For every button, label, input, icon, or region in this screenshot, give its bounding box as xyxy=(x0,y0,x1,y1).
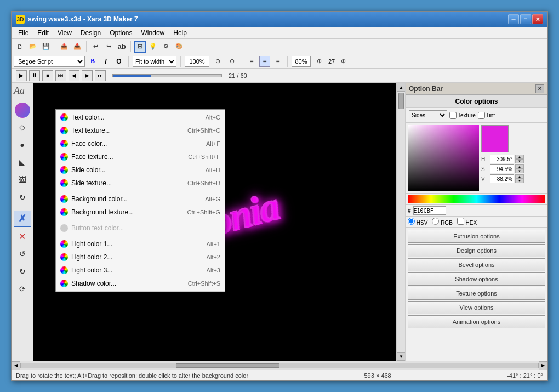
menu-bg-color[interactable]: Background color... Alt+G xyxy=(56,192,225,206)
rgb-radio[interactable] xyxy=(432,218,439,225)
animation-options-button[interactable]: Animation options xyxy=(408,315,545,328)
open-button[interactable]: 📂 xyxy=(27,41,39,53)
tool-rotate3[interactable]: ↻ xyxy=(14,263,31,280)
menu-light3[interactable]: Light color 3... Alt+3 xyxy=(56,264,225,277)
v-input[interactable] xyxy=(490,174,514,183)
color-preview[interactable] xyxy=(481,125,509,152)
texture-options-button[interactable]: Texture options xyxy=(408,287,545,300)
italic-button[interactable]: I xyxy=(100,56,111,67)
h-scroll-track[interactable] xyxy=(20,363,539,368)
menu-light1[interactable]: Light color 1... Alt+1 xyxy=(56,237,225,251)
next-frame-button[interactable]: ▶ xyxy=(82,70,93,81)
option-close-button[interactable]: ✕ xyxy=(535,84,544,93)
settings-button[interactable]: ⚙ xyxy=(160,41,172,53)
align-right-button[interactable]: ≡ xyxy=(272,56,283,67)
tool-move[interactable]: ⟳ xyxy=(14,281,31,297)
prev-start-button[interactable]: ⏮ xyxy=(55,70,66,81)
tool-shape[interactable]: ◇ xyxy=(14,119,31,135)
menu-options[interactable]: Options xyxy=(105,28,136,38)
tool-x[interactable]: ✗ xyxy=(14,211,31,227)
play-button[interactable]: ▶ xyxy=(16,70,27,81)
h-spin-down[interactable]: ▼ xyxy=(515,159,524,163)
scroll-thumb[interactable] xyxy=(398,93,404,109)
import-button[interactable]: 📥 xyxy=(71,41,83,53)
hex-checkbox[interactable] xyxy=(457,218,464,225)
prev-frame-button[interactable]: ◀ xyxy=(69,70,79,81)
tool-close[interactable]: ✕ xyxy=(14,228,31,245)
undo-button[interactable]: ↩ xyxy=(89,41,101,53)
tool-color[interactable] xyxy=(15,103,30,118)
next-end-button[interactable]: ⏭ xyxy=(95,70,106,81)
menu-side-color[interactable]: Side color... Alt+D xyxy=(56,163,225,177)
tool-arrow[interactable]: ◣ xyxy=(14,154,31,171)
tool-image[interactable]: 🖼 xyxy=(14,172,31,188)
color-button[interactable]: 🎨 xyxy=(173,41,185,53)
menu-bg-texture[interactable]: Background texture... Ctrl+Shift+G xyxy=(56,206,225,219)
zoom-input[interactable] xyxy=(185,56,209,67)
tint-checkbox[interactable] xyxy=(478,112,485,119)
bold-button[interactable]: B xyxy=(87,56,98,67)
h-input[interactable] xyxy=(490,155,514,163)
align-center-button[interactable]: ≡ xyxy=(259,56,270,67)
align-left-button[interactable]: ≡ xyxy=(246,56,257,67)
tool-circle[interactable]: ● xyxy=(14,137,31,153)
sides-select[interactable]: Sides xyxy=(409,110,447,120)
hsv-radio[interactable] xyxy=(408,218,415,225)
menu-help[interactable]: Help xyxy=(169,28,191,38)
scroll-track[interactable] xyxy=(397,92,405,352)
s-spin[interactable]: ▲ ▼ xyxy=(515,164,524,173)
zoom2-up[interactable]: ⊕ xyxy=(313,55,325,67)
h-scroll-left[interactable]: ◀ xyxy=(12,361,20,370)
h-scroll-right[interactable]: ▶ xyxy=(539,361,547,370)
tool-rotate2[interactable]: ↺ xyxy=(14,246,31,262)
fit-select[interactable]: Fit to width xyxy=(133,56,176,67)
export-button[interactable]: 📤 xyxy=(58,41,70,53)
rgb-radio-label[interactable]: RGB xyxy=(432,218,452,226)
h-spin[interactable]: ▲ ▼ xyxy=(515,155,524,163)
color-gradient[interactable] xyxy=(408,125,479,191)
new-button[interactable]: 🗋 xyxy=(14,41,26,53)
v-spin[interactable]: ▲ ▼ xyxy=(515,174,524,183)
menu-edit[interactable]: Edit xyxy=(33,28,53,38)
design-options-button[interactable]: Design options xyxy=(408,244,545,257)
menu-side-texture[interactable]: Side texture... Ctrl+Shift+D xyxy=(56,177,225,190)
menu-face-color[interactable]: Face color... Alt+F xyxy=(56,137,225,150)
menu-file[interactable]: File xyxy=(14,28,33,38)
extrusion-options-button[interactable]: Extrusion options xyxy=(408,230,545,243)
outline-button[interactable]: O xyxy=(113,56,124,67)
close-button[interactable]: ✕ xyxy=(532,14,543,24)
menu-face-texture[interactable]: Face texture... Ctrl+Shift+F xyxy=(56,150,225,163)
hex-check-label[interactable]: HEX xyxy=(457,218,477,226)
maximize-button[interactable]: □ xyxy=(520,14,531,24)
bevel-options-button[interactable]: Bevel options xyxy=(408,258,545,271)
h-spin-up[interactable]: ▲ xyxy=(515,155,524,159)
view-mode-button[interactable]: ⊞ xyxy=(134,41,146,53)
texture-check[interactable]: Texture xyxy=(449,112,476,119)
text-button[interactable]: ab xyxy=(116,41,128,53)
save-button[interactable]: 💾 xyxy=(40,41,52,53)
menu-text-color[interactable]: Text color... Alt+C xyxy=(56,111,225,124)
tool-rotate[interactable]: ↻ xyxy=(14,189,31,206)
v-spin-up[interactable]: ▲ xyxy=(515,174,524,179)
menu-light2[interactable]: Light color 2... Alt+2 xyxy=(56,251,225,264)
hsv-radio-label[interactable]: HSV xyxy=(408,218,427,226)
menu-design[interactable]: Design xyxy=(76,28,105,38)
progress-bar[interactable] xyxy=(112,74,222,77)
tint-check[interactable]: Tint xyxy=(478,112,495,119)
minimize-button[interactable]: ─ xyxy=(508,14,519,24)
v-spin-down[interactable]: ▼ xyxy=(515,179,524,183)
redo-button[interactable]: ↪ xyxy=(102,41,115,53)
s-spin-down[interactable]: ▼ xyxy=(515,169,524,173)
s-input[interactable] xyxy=(490,164,514,173)
h-scroll-thumb[interactable] xyxy=(176,363,280,368)
menu-shadow-color[interactable]: Shadow color... Ctrl+Shift+S xyxy=(56,277,225,290)
shadow-options-button[interactable]: Shadow options xyxy=(408,272,545,286)
light-button[interactable]: 💡 xyxy=(147,41,159,53)
zoom-in-button[interactable]: ⊕ xyxy=(212,55,224,67)
canvas-area[interactable]: Softonia Text color... Alt+C Text textur… xyxy=(33,83,396,361)
scroll-down-arrow[interactable]: ▼ xyxy=(397,352,406,361)
zoom-out-button[interactable]: ⊖ xyxy=(226,55,238,67)
menu-window[interactable]: Window xyxy=(137,28,169,38)
pause-button[interactable]: ⏸ xyxy=(29,70,40,81)
hex-input[interactable] xyxy=(413,206,446,215)
